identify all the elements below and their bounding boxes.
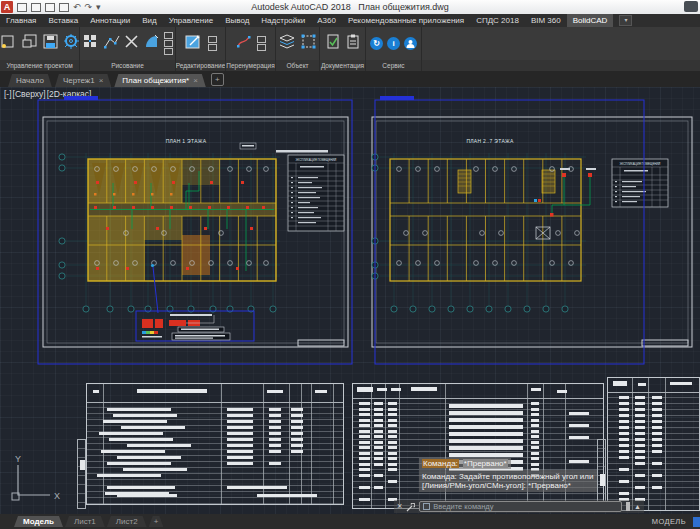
save-project-icon[interactable] [42,33,59,54]
infocenter-fragment[interactable] [684,1,698,12]
close-tab-icon[interactable]: × [193,76,198,85]
polyline-icon[interactable] [103,33,120,54]
panel-label-object[interactable]: Объект [276,60,320,71]
tab-vstavka[interactable]: Вставка [42,14,84,27]
ribbon-display-toggle-icon[interactable]: ▾ [619,15,632,26]
panel-label-documentation[interactable]: Документация [320,60,366,71]
panel-drawing [80,27,176,60]
alarm-wires[interactable] [552,177,590,213]
panel-label-renumbering[interactable]: Перенумерация [226,60,276,71]
user-account-icon[interactable] [404,37,417,50]
file-tab-drawing1[interactable]: Чертеж1× [55,74,111,87]
add-layout-button[interactable]: + [149,516,164,527]
leader-line[interactable] [151,264,158,313]
hatch-region-icon[interactable] [143,33,160,54]
right-plan-walls[interactable] [390,159,581,281]
svg-text:Y: Y [15,454,21,464]
ribbon-empty-space [422,27,700,60]
autocad-window: A ↶ ↷ ▾ Autodesk AutoCAD 2018 План общеж… [0,0,700,529]
recent-commands-icon[interactable]: ▲ [634,502,641,511]
renumber-path-icon[interactable] [235,33,253,54]
sync-icon[interactable]: ↻ [370,37,383,50]
tab-nadstroyki[interactable]: Надстройки [255,14,311,27]
open-project-icon[interactable] [21,33,38,54]
right-plan-title: ПЛАН 2..7 ЭТАЖА [466,138,514,144]
ucs-icon[interactable]: Y X [4,453,64,505]
grid-toggle-button[interactable] [693,517,700,527]
file-tab-bar: Начало Чертеж1× План общежития*× + [0,71,700,87]
command-prefix: Команда: [422,459,459,468]
command-input-bar[interactable]: × Введите команду ▲ [394,500,644,513]
file-tab-active[interactable]: План общежития*× [114,74,205,87]
layers-stack-icon[interactable] [278,33,296,54]
plan-annotations[interactable] [240,143,328,153]
viewport-minimize-control[interactable]: [-] [4,89,12,99]
right-sheet-plan-floors2-7[interactable]: ПЛАН 2..7 ЭТАЖА [366,95,700,375]
ribbon: ↻ i [0,27,700,60]
tab-bolidcad[interactable]: BolidCAD [567,14,614,27]
tab-upravlenie[interactable]: Управление [163,14,219,27]
close-command-icon[interactable]: × [397,502,402,511]
new-drawing-tab-button[interactable]: + [211,73,224,86]
panel-label-drawing[interactable]: Рисование [80,60,176,71]
command-prompt-icon [423,503,430,510]
command-scroll-handle[interactable] [626,502,630,511]
open-file-icon[interactable] [31,3,41,12]
tab-spds[interactable]: СПДС 2018 [470,14,525,27]
selection-highlight-right[interactable] [375,96,644,364]
room-schedule-table[interactable]: ЭКСПЛИКАЦИЯ ПОМЕЩЕНИЙ [612,159,668,207]
spec-table-3[interactable] [607,377,700,511]
qat-dropdown-icon[interactable]: ▾ [96,3,101,12]
model-space-indicator[interactable]: МОДЕЛЬ [652,517,686,526]
erase-icon[interactable] [124,34,139,53]
spec-table-1-side-strip[interactable] [77,439,86,509]
layout-tab-list2[interactable]: Лист2 [107,516,147,527]
status-bar: Модель Лист1 Лист2 + МОДЕЛЬ [0,514,700,529]
model-space-canvas[interactable]: [-] [Сверху] [2D-каркас] ПЛАН 1 ЭТАЖА [0,87,700,514]
panel-renumbering [226,27,276,60]
clipboard-icon[interactable] [345,33,361,54]
new-project-icon[interactable] [0,33,17,54]
autocad-logo-icon[interactable]: A [1,1,13,13]
command-input-field[interactable]: Введите команду [419,501,622,512]
tab-apps[interactable]: Рекомендованные приложения [342,14,470,27]
doc-check-icon[interactable] [325,33,341,54]
spec-table-1[interactable] [86,383,344,505]
panel-documentation [320,27,366,60]
new-file-icon[interactable] [17,3,27,12]
redo-icon[interactable]: ↷ [85,3,93,12]
undo-icon[interactable]: ↶ [73,3,81,12]
fire-detectors-red[interactable] [550,173,592,217]
blocks-grid-icon[interactable] [82,33,99,54]
file-tab-start[interactable]: Начало [8,74,52,87]
editing-minitools-icons[interactable] [208,36,217,51]
tab-bim360[interactable]: BIM 360 [525,14,567,27]
drawing-minitools-icons[interactable] [164,32,173,55]
customize-wrench-icon[interactable] [406,498,415,515]
legend-selected-blocks[interactable] [136,311,254,341]
layout-tab-list1[interactable]: Лист1 [65,516,105,527]
room-schedule-table[interactable]: ЭКСПЛИКАЦИЯ ПОМЕЩЕНИЙ [288,155,344,231]
tab-annotacii[interactable]: Аннотации [84,14,136,27]
edit-object-icon[interactable] [184,33,204,55]
bounding-box-icon[interactable] [300,33,317,54]
info-icon[interactable]: i [387,37,400,50]
tab-a360[interactable]: A360 [311,14,342,27]
tab-vyvod[interactable]: Вывод [219,14,255,27]
renumber-pages-icons[interactable] [257,36,266,51]
tab-glavnaya[interactable]: Главная [0,14,42,27]
project-settings-gear-icon[interactable] [63,33,80,54]
close-tab-icon[interactable]: × [99,76,104,85]
panel-label-service[interactable]: Сервис [366,60,422,71]
left-sheet-plan-floor1[interactable]: ПЛАН 1 ЭТАЖА [36,95,356,375]
tab-vid[interactable]: Вид [136,14,162,27]
save-file-icon[interactable] [45,3,55,12]
panel-label-editing[interactable]: Редактирование [176,60,226,71]
panel-project-management [0,27,80,60]
label-row-filler [422,60,700,71]
layout-tab-model[interactable]: Модель [14,516,63,527]
status-bar-right: МОДЕЛЬ [652,517,700,527]
panel-label-project[interactable]: Управление проектом [0,60,80,71]
panel-service: ↻ i [366,27,422,60]
plot-icon[interactable] [59,3,69,12]
